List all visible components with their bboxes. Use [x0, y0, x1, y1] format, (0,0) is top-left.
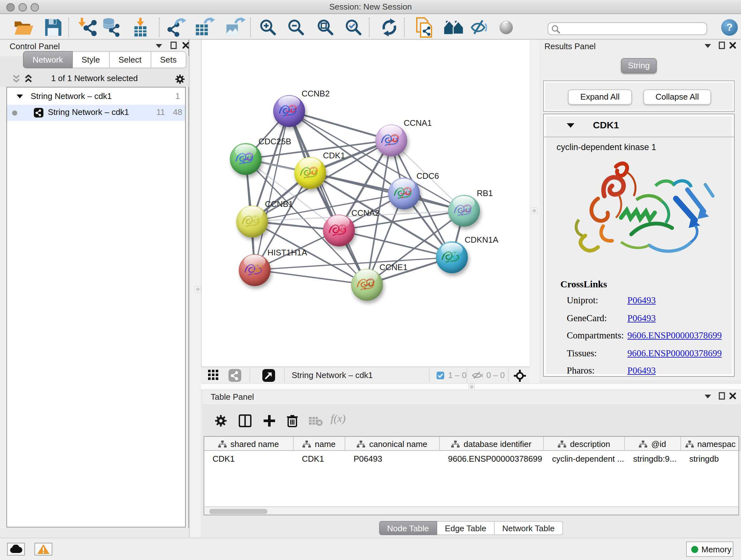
entry-collapse-icon[interactable] [567, 123, 575, 128]
column-header-name[interactable]: name [293, 437, 345, 451]
right-splitter-knob[interactable] [531, 207, 537, 214]
tab-style[interactable]: Style [72, 51, 110, 68]
network-node-RB1[interactable] [448, 195, 480, 227]
network-selected-status: 1 of 1 Network selected [0, 73, 189, 83]
network-node-CDC6[interactable] [388, 178, 420, 209]
table-hscrollbar-thumb[interactable] [209, 509, 267, 514]
results-panel-float-icon[interactable] [719, 42, 725, 49]
collection-expand-icon[interactable] [17, 95, 23, 99]
function-builder-button[interactable]: f(x) [331, 413, 346, 425]
search-input[interactable] [548, 22, 707, 35]
import-network-button[interactable] [75, 17, 97, 38]
cell-@id[interactable]: stringdb:9... [633, 454, 677, 463]
show-columns-icon[interactable] [239, 415, 252, 427]
table-hscrollbar[interactable] [204, 506, 739, 515]
network-row-selected[interactable]: String Network – cdk1 11 48 [7, 105, 185, 121]
refresh-layout-button[interactable] [379, 17, 400, 38]
network-node-CDK1[interactable] [294, 157, 326, 189]
table-panel-menu-icon[interactable] [704, 395, 711, 399]
zoom-fit-button[interactable] [315, 17, 336, 38]
save-session-button[interactable] [42, 17, 64, 38]
network-node-HIST1H1A[interactable] [239, 254, 271, 286]
cloud-status-button[interactable] [7, 543, 25, 556]
network-node-CDKN1A[interactable] [436, 241, 468, 273]
export-image-button[interactable] [224, 17, 246, 38]
left-splitter[interactable] [189, 40, 201, 538]
left-splitter-knob[interactable] [195, 286, 201, 293]
cell-description[interactable]: cyclin-dependent ... [552, 454, 624, 463]
network-node-CDC25B[interactable] [230, 143, 262, 175]
zoom-in-button[interactable] [257, 17, 279, 38]
hide-selected-button[interactable] [470, 17, 487, 38]
column-header-canonical-name[interactable]: canonical name [345, 437, 440, 451]
horizontal-splitter[interactable] [201, 383, 741, 390]
network-node-CCNE1[interactable] [351, 268, 383, 300]
table-settings-gear-icon[interactable] [214, 415, 227, 427]
control-panel-menu-icon[interactable] [156, 44, 162, 49]
control-panel-float-icon[interactable] [171, 42, 177, 49]
column-header-@id[interactable]: @id [625, 437, 681, 451]
results-panel-close-icon[interactable] [730, 42, 736, 49]
network-canvas[interactable]: CCNB2 CCNA1 CDC25B CDK1 [201, 40, 530, 367]
help-button[interactable]: ? [721, 19, 738, 36]
crosslink-value-Tissues[interactable]: 9606.ENSP00000378699 [627, 348, 722, 359]
network-node-CCNA1[interactable] [375, 124, 407, 156]
tab-network[interactable]: Network [23, 51, 72, 68]
grid-view-icon[interactable] [208, 370, 219, 381]
network-node-CCNA2[interactable] [323, 214, 354, 246]
tab-network-table[interactable]: Network Table [495, 521, 563, 535]
table-panel-float-icon[interactable] [719, 392, 725, 400]
birdseye-view-icon[interactable] [262, 369, 275, 382]
collapse-all-button[interactable]: Collapse All [643, 89, 711, 105]
delete-column-icon[interactable] [286, 415, 298, 427]
fit-selection-crosshair-icon[interactable] [514, 370, 526, 382]
network-options-gear-icon[interactable] [175, 74, 185, 84]
tab-node-table[interactable]: Node Table [379, 521, 437, 535]
show-graphics-button[interactable] [498, 17, 514, 38]
network-node-CCNB2[interactable] [273, 95, 305, 127]
crosslink-value-Uniprot[interactable]: P06493 [627, 295, 656, 306]
import-table-button[interactable] [130, 17, 151, 38]
horizontal-splitter-knob[interactable] [468, 384, 475, 390]
table-panel-close-icon[interactable] [730, 393, 736, 399]
network-share-view-icon[interactable] [228, 369, 241, 382]
delete-table-icon[interactable] [309, 415, 323, 427]
tab-edge-table[interactable]: Edge Table [437, 521, 495, 535]
results-panel: Results Panel String Expand All Collapse… [539, 40, 741, 380]
column-header-namespac[interactable]: namespac [681, 437, 740, 451]
control-panel-close-icon[interactable] [183, 42, 189, 49]
cell-name[interactable]: CDK1 [302, 454, 324, 463]
tab-sets[interactable]: Sets [151, 51, 186, 68]
add-column-icon[interactable] [263, 415, 276, 427]
clone-network-button[interactable] [415, 17, 432, 38]
memory-button[interactable]: Memory [686, 542, 733, 557]
column-header-database-identifier[interactable]: database identifier [440, 437, 544, 451]
zoom-selected-button[interactable] [343, 17, 364, 38]
column-header-description[interactable]: description [544, 437, 625, 451]
export-table-button[interactable] [193, 17, 215, 38]
export-network-button[interactable] [165, 17, 187, 38]
zoom-out-button[interactable] [285, 17, 307, 38]
network-collection-row[interactable]: String Network – cdk1 1 [7, 89, 185, 105]
cell-database-identifier[interactable]: 9606.ENSP00000378699 [448, 454, 542, 463]
crosslink-value-Compartments[interactable]: 9606.ENSP00000378699 [627, 330, 722, 341]
crosslink-value-GeneCard[interactable]: P06493 [627, 313, 656, 323]
expand-all-button[interactable]: Expand All [568, 89, 632, 105]
cell-shared-name[interactable]: CDK1 [212, 454, 234, 463]
selected-checkbox-icon[interactable] [436, 372, 444, 379]
import-network-from-database-button[interactable] [100, 17, 122, 38]
right-splitter[interactable] [530, 40, 539, 383]
cell-namespac[interactable]: stringdb [689, 454, 719, 463]
window-titlebar[interactable]: Session: New Session [0, 0, 741, 14]
column-header-shared-name[interactable]: shared name [204, 437, 293, 451]
tab-select[interactable]: Select [110, 51, 151, 68]
network-node-CCNB1[interactable] [236, 205, 268, 237]
results-panel-menu-icon[interactable] [704, 44, 711, 49]
open-session-button[interactable] [13, 17, 35, 38]
results-entry-header[interactable]: CDK1 [544, 114, 734, 137]
warning-status-button[interactable] [35, 543, 52, 556]
tab-string[interactable]: String [621, 58, 657, 73]
crosslink-value-Pharos[interactable]: P06493 [627, 365, 656, 376]
cell-canonical-name[interactable]: P06493 [354, 454, 382, 463]
home-button[interactable] [443, 17, 465, 38]
